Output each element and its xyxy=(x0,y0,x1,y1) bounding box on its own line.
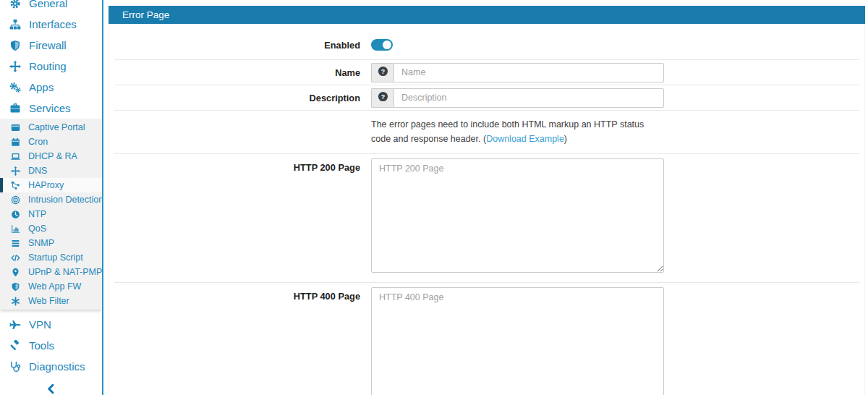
window-icon xyxy=(10,123,21,132)
calendar-icon xyxy=(10,137,21,147)
main-content: Error Page Enabled Name xyxy=(103,0,868,395)
sidebar-item-general[interactable]: General xyxy=(0,0,102,14)
sidebar-item-label: Web Filter xyxy=(28,296,69,306)
sidebar-item-apps[interactable]: Apps xyxy=(0,77,102,98)
error-page-form: Enabled Name ? xyxy=(109,24,865,395)
sidebar-item-label: Firewall xyxy=(29,39,67,51)
form-row-http-200: HTTP 200 Page xyxy=(114,154,859,283)
arrows-move-icon xyxy=(8,61,22,72)
question-circle-icon: ? xyxy=(378,91,388,105)
error-pages-help-text: The error pages need to include both HTM… xyxy=(371,117,659,146)
sidebar-bottom-group: VPN Tools Diagnostics xyxy=(0,314,102,395)
sidebar-item-diagnostics[interactable]: Diagnostics xyxy=(0,356,102,377)
name-label: Name xyxy=(114,67,360,78)
sidebar-item-snmp[interactable]: SNMP xyxy=(0,236,102,250)
sidebar-item-label: DHCP & RA xyxy=(28,151,77,161)
services-submenu: Captive Portal Cron DHCP & RA DNS xyxy=(0,119,102,310)
laptop-icon xyxy=(10,152,21,161)
sidebar-item-label: QoS xyxy=(28,224,46,234)
sidebar-item-label: Tools xyxy=(29,339,54,352)
sidebar-item-routing[interactable]: Routing xyxy=(0,56,102,77)
sidebar-item-upnp-nat-pmp[interactable]: UPnP & NAT-PMP xyxy=(0,265,102,279)
sidebar-item-haproxy[interactable]: HAProxy xyxy=(0,178,102,192)
shield-icon xyxy=(10,282,21,292)
sidebar: General Interfaces Firewall Routing Apps xyxy=(0,0,103,395)
plane-icon xyxy=(8,319,22,331)
http-400-textarea[interactable] xyxy=(371,287,664,395)
sidebar-item-label: General xyxy=(29,0,67,9)
bar-chart-icon xyxy=(10,224,21,234)
sidebar-item-dhcp-ra[interactable]: DHCP & RA xyxy=(0,149,102,163)
sidebar-item-label: Services xyxy=(29,102,71,114)
http-400-label: HTTP 400 Page xyxy=(114,287,360,302)
description-help-addon[interactable]: ? xyxy=(371,88,393,108)
cogs-icon xyxy=(8,82,22,93)
panel-title: Error Page xyxy=(109,6,865,24)
sidebar-item-label: Intrusion Detection xyxy=(28,195,103,205)
sidebar-item-label: HAProxy xyxy=(28,180,64,190)
error-page-panel: Error Page Enabled Name xyxy=(109,6,865,395)
sidebar-item-label: Diagnostics xyxy=(29,360,85,373)
gear-icon xyxy=(8,0,22,9)
sidebar-item-web-app-fw[interactable]: Web App FW xyxy=(0,279,102,294)
sidebar-item-qos[interactable]: QoS xyxy=(0,221,102,236)
sidebar-item-web-filter[interactable]: Web Filter xyxy=(0,294,102,308)
sidebar-item-captive-portal[interactable]: Captive Portal xyxy=(0,120,102,135)
sidebar-item-label: Routing xyxy=(29,60,67,72)
form-row-enabled: Enabled xyxy=(114,24,859,60)
form-row-name: Name ? xyxy=(114,60,859,85)
briefcase-icon xyxy=(8,103,22,114)
asterisk-icon xyxy=(10,297,21,306)
sitemap-icon xyxy=(8,19,22,30)
list-icon xyxy=(10,239,21,248)
clock-icon xyxy=(10,210,21,219)
sidebar-item-label: DNS xyxy=(28,166,47,176)
chevron-left-icon xyxy=(46,383,56,395)
sidebar-item-label: Interfaces xyxy=(29,18,77,30)
sidebar-item-vpn[interactable]: VPN xyxy=(0,314,102,335)
stethoscope-icon xyxy=(8,361,22,373)
description-input[interactable] xyxy=(393,88,664,108)
branch-icon xyxy=(10,181,21,190)
code-icon xyxy=(10,253,21,263)
sidebar-item-firewall[interactable]: Firewall xyxy=(0,35,102,56)
form-row-description: Description ? xyxy=(114,85,859,111)
sidebar-item-label: VPN xyxy=(29,318,51,331)
arrows-move-icon xyxy=(10,166,21,176)
sidebar-item-cron[interactable]: Cron xyxy=(0,135,102,149)
shield-icon xyxy=(8,40,22,51)
sidebar-item-interfaces[interactable]: Interfaces xyxy=(0,14,102,35)
bullseye-icon xyxy=(10,195,21,205)
sidebar-item-label: Web App FW xyxy=(28,281,81,292)
sidebar-item-intrusion-detection[interactable]: Intrusion Detection xyxy=(0,192,102,207)
description-label: Description xyxy=(114,93,360,103)
sidebar-item-label: Cron xyxy=(28,137,48,147)
name-help-addon[interactable]: ? xyxy=(371,63,393,82)
sidebar-collapse-button[interactable] xyxy=(0,383,102,395)
sidebar-item-label: Startup Script xyxy=(28,252,83,263)
map-marker-icon xyxy=(10,268,21,277)
sidebar-item-label: UPnP & NAT-PMP xyxy=(28,267,102,277)
enabled-label: Enabled xyxy=(114,40,360,51)
name-input[interactable] xyxy=(393,63,664,82)
sidebar-item-label: Apps xyxy=(29,81,54,93)
sidebar-item-startup-script[interactable]: Startup Script xyxy=(0,250,102,265)
svg-text:?: ? xyxy=(380,67,384,75)
form-row-help-text: The error pages need to include both HTM… xyxy=(114,111,859,154)
sidebar-item-ntp[interactable]: NTP xyxy=(0,207,102,221)
question-circle-icon: ? xyxy=(378,66,388,80)
toggle-knob xyxy=(383,41,391,49)
sidebar-item-label: SNMP xyxy=(28,238,54,248)
enabled-toggle[interactable] xyxy=(371,39,393,51)
sidebar-item-services[interactable]: Services xyxy=(0,98,102,119)
sidebar-item-dns[interactable]: DNS xyxy=(0,163,102,178)
download-example-link[interactable]: Download Example xyxy=(486,134,564,144)
http-200-label: HTTP 200 Page xyxy=(114,158,360,173)
sidebar-item-label: Captive Portal xyxy=(28,122,85,132)
http-200-textarea[interactable] xyxy=(371,158,664,273)
sidebar-nav: General Interfaces Firewall Routing Apps xyxy=(0,0,102,395)
sidebar-item-label: NTP xyxy=(28,209,46,219)
sidebar-item-tools[interactable]: Tools xyxy=(0,335,102,356)
gavel-icon xyxy=(8,340,22,352)
form-row-http-400: HTTP 400 Page xyxy=(114,283,859,395)
